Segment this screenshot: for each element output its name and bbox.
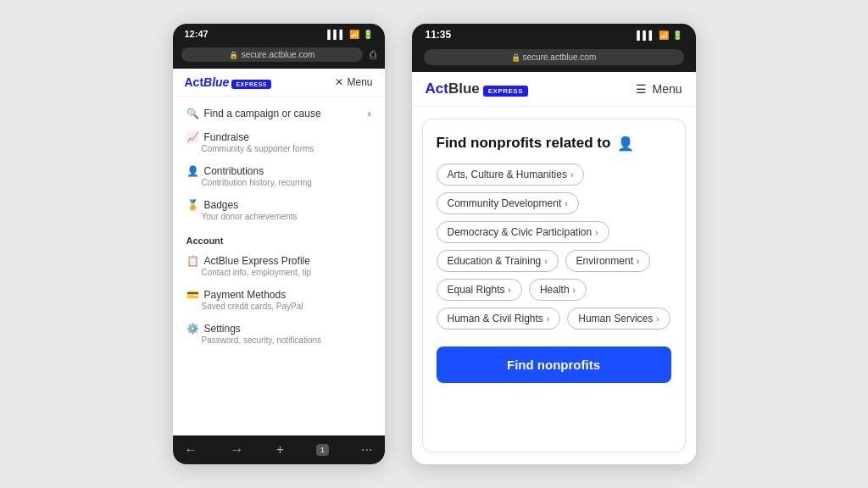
right-menu-button[interactable]: ☰ Menu — [636, 82, 682, 96]
tag-community[interactable]: Community Development › — [437, 192, 579, 214]
badges-title: 🏅 Badges — [186, 199, 371, 211]
right-url-bar: 🔒 secure.actblue.com — [412, 46, 696, 72]
menu-item-settings[interactable]: ⚙️ Settings Password, security, notifica… — [173, 317, 385, 351]
tags-container: Arts, Culture & Humanities › Community D… — [437, 164, 671, 330]
tag-arts-chevron: › — [570, 170, 573, 180]
tag-equal-rights[interactable]: Equal Rights › — [437, 279, 522, 301]
tag-human-civil-chevron: › — [547, 314, 549, 324]
tag-environment-label: Environment — [576, 255, 633, 267]
tag-health-label: Health — [540, 284, 570, 296]
profile-title: 📋 ActBlue Express Profile — [186, 255, 371, 267]
left-nav-bar: ActBlueEXPRESS ✕ Menu — [173, 69, 385, 97]
tab-count[interactable]: 1 — [316, 444, 329, 456]
menu-item-profile[interactable]: 📋 ActBlue Express Profile Contact info, … — [173, 249, 385, 283]
tag-democracy[interactable]: Democracy & Civic Participation › — [437, 221, 609, 243]
tag-human-services[interactable]: Human Services › — [567, 308, 670, 330]
tag-education-label: Education & Training — [448, 255, 542, 267]
right-logo-act: Act — [426, 80, 448, 97]
right-express-badge: EXPRESS — [483, 86, 528, 97]
right-logo-blue: Blue — [448, 80, 480, 97]
card-title: Find nonprofits related to 👤 — [437, 135, 671, 152]
right-status-bar: 11:35 ▌▌▌ 📶 🔋 — [412, 24, 696, 46]
settings-title: ⚙️ Settings — [186, 323, 371, 335]
right-url-text: secure.actblue.com — [523, 53, 597, 62]
left-bottom-bar: ← → + 1 ··· — [173, 435, 385, 464]
contributions-icon: 👤 — [186, 165, 199, 177]
tag-human-civil[interactable]: Human & Civil Rights › — [437, 308, 561, 330]
settings-sub: Password, security, notifications — [186, 336, 371, 345]
right-wifi-icon: 📶 — [659, 30, 669, 40]
tag-arts-label: Arts, Culture & Humanities — [448, 169, 567, 180]
back-button[interactable]: ← — [185, 442, 198, 458]
tag-democracy-label: Democracy & Civic Participation — [448, 226, 593, 238]
forward-button[interactable]: → — [231, 442, 244, 458]
contributions-title: 👤 Contributions — [186, 165, 371, 177]
lock-icon: 🔒 — [229, 51, 238, 59]
menu-item-find[interactable]: 🔍 Find a campaign or cause › — [173, 102, 385, 125]
left-time: 12:47 — [185, 29, 209, 39]
tag-environment-chevron: › — [637, 257, 639, 266]
right-signal-icon: ▌▌▌ — [637, 30, 654, 40]
person-icon: 👤 — [617, 136, 634, 152]
right-url-pill[interactable]: 🔒 secure.actblue.com — [424, 49, 684, 65]
menu-item-payment[interactable]: 💳 Payment Methods Saved credit cards, Pa… — [173, 283, 385, 317]
fundraise-sub: Community & supporter forms — [186, 144, 371, 153]
right-logo: ActBlueEXPRESS — [426, 80, 529, 97]
battery-icon: 🔋 — [363, 30, 373, 39]
account-section-label: Account — [173, 227, 385, 249]
left-status-bar: 12:47 ▌▌▌ 📶 🔋 — [173, 24, 385, 44]
tag-human-services-chevron: › — [656, 314, 659, 324]
more-button[interactable]: ··· — [361, 442, 372, 458]
nonprofit-card: Find nonprofits related to 👤 Arts, Cultu… — [422, 119, 686, 452]
tag-environment[interactable]: Environment › — [565, 250, 651, 272]
tag-health-chevron: › — [573, 286, 576, 295]
tag-health[interactable]: Health › — [529, 279, 587, 301]
payment-sub: Saved credit cards, PayPal — [186, 302, 371, 311]
tag-equal-rights-chevron: › — [509, 286, 511, 295]
right-nav-bar: ActBlueEXPRESS ☰ Menu — [412, 72, 696, 107]
right-phone: 11:35 ▌▌▌ 📶 🔋 🔒 secure.actblue.com ActBl… — [412, 24, 696, 464]
left-url-text: secure.actblue.com — [242, 50, 315, 59]
right-menu-label: Menu — [652, 82, 682, 96]
share-icon[interactable]: ⎙ — [370, 48, 376, 61]
right-battery-icon: 🔋 — [672, 30, 682, 40]
payment-icon: 💳 — [186, 289, 199, 301]
tag-arts[interactable]: Arts, Culture & Humanities › — [437, 164, 585, 186]
menu-item-fundraise[interactable]: 📈 Fundraise Community & supporter forms — [173, 125, 385, 159]
card-title-text: Find nonprofits related to — [437, 135, 611, 152]
find-chevron: › — [368, 108, 371, 119]
express-badge: EXPRESS — [231, 80, 271, 89]
tag-human-services-label: Human Services — [578, 313, 653, 324]
fundraise-title: 📈 Fundraise — [186, 131, 371, 143]
menu-item-find-title: 🔍 Find a campaign or cause — [186, 108, 321, 119]
left-url-pill[interactable]: 🔒 secure.actblue.com — [181, 47, 363, 62]
left-phone: 12:47 ▌▌▌ 📶 🔋 🔒 secure.actblue.com ⎙ Act… — [173, 24, 385, 464]
tag-education[interactable]: Education & Training › — [437, 250, 559, 272]
badges-sub: Your donor achievements — [186, 212, 371, 221]
tag-community-chevron: › — [565, 199, 567, 208]
signal-icon: ▌▌▌ — [327, 30, 345, 39]
left-url-bar: 🔒 secure.actblue.com ⎙ — [173, 44, 385, 69]
left-menu-button[interactable]: ✕ Menu — [335, 76, 372, 88]
payment-title: 💳 Payment Methods — [186, 289, 371, 301]
right-lock-icon: 🔒 — [511, 53, 520, 62]
left-logo: ActBlueEXPRESS — [185, 75, 271, 89]
settings-icon: ⚙️ — [186, 323, 199, 335]
logo-blue: Blue — [203, 75, 229, 89]
find-nonprofits-button[interactable]: Find nonprofits — [437, 347, 671, 383]
close-icon: ✕ — [335, 76, 343, 88]
right-status-icons: ▌▌▌ 📶 🔋 — [637, 30, 682, 40]
profile-sub: Contact info, employment, tip — [186, 268, 371, 277]
tag-education-chevron: › — [544, 257, 547, 266]
menu-item-contributions[interactable]: 👤 Contributions Contribution history, re… — [173, 159, 385, 193]
right-time: 11:35 — [426, 29, 452, 41]
tag-democracy-chevron: › — [595, 228, 598, 237]
logo-act: Act — [185, 75, 204, 89]
hamburger-icon: ☰ — [636, 82, 647, 96]
tag-community-label: Community Development — [448, 197, 562, 209]
contributions-sub: Contribution history, recurring — [186, 178, 371, 187]
add-tab-button[interactable]: + — [276, 442, 284, 458]
menu-label: Menu — [347, 76, 372, 88]
fundraise-icon: 📈 — [186, 131, 199, 143]
menu-item-badges[interactable]: 🏅 Badges Your donor achievements — [173, 193, 385, 227]
